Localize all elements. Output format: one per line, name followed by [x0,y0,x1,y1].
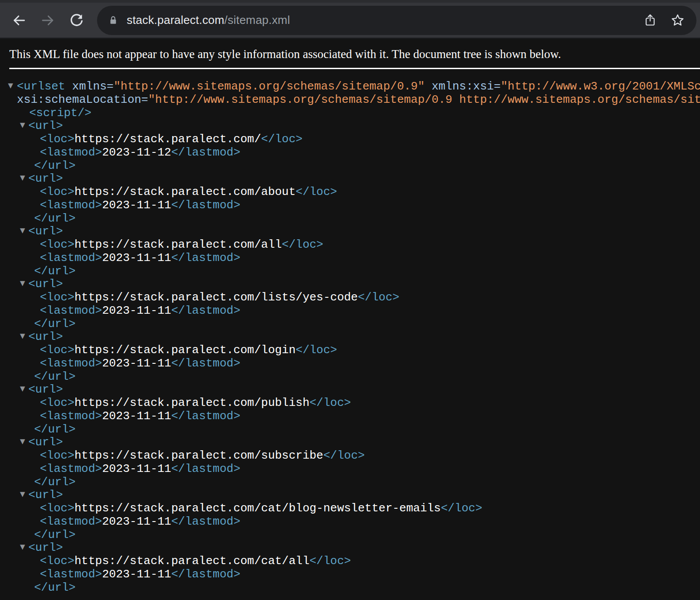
xml-tag: </loc> [310,554,351,568]
reload-button[interactable] [68,12,85,29]
xml-text-content: 2023-11-11 [102,568,171,581]
xml-line: <loc>https://stack.paralect.com/publish<… [0,397,700,410]
xml-line: <lastmod>2023-11-11</lastmod> [0,463,700,476]
xml-line: </url> [0,318,700,331]
xml-tag: </url> [34,212,76,225]
xml-tag: </lastmod> [171,199,240,212]
notice-divider [9,68,700,69]
xml-value: "http://www.sitemaps.org/schemas/sitemap… [148,93,700,106]
xml-tag: <lastmod> [40,251,102,265]
xml-line: ▼<url> [0,120,700,133]
xml-tag: <lastmod> [40,199,102,212]
reload-icon [69,13,84,28]
xml-attr: xmlns:xsi= [425,80,501,93]
address-bar[interactable]: stack.paralect.com/sitemap.xml [97,6,696,35]
xml-line: <lastmod>2023-11-11</lastmod> [0,199,700,212]
xml-tag: </loc> [310,396,351,409]
xml-tag: <loc> [40,502,74,515]
url-path: /sitemap.xml [224,13,290,27]
xml-line: </url> [0,160,700,173]
collapse-toggle-icon[interactable]: ▼ [20,544,25,550]
xml-line: </url> [0,581,700,595]
xml-line: xsi:schemaLocation="http://www.sitemaps.… [0,94,700,107]
xml-line: ▼<url> [0,278,700,291]
xml-tag: </lastmod> [171,515,240,528]
xml-tag: </lastmod> [171,251,240,265]
xml-tag: </lastmod> [171,357,240,370]
forward-button[interactable] [39,12,56,29]
xml-text-content: https://stack.paralect.com/all [74,238,282,251]
xml-tag: </loc> [441,502,482,515]
xml-tag: <url> [28,330,63,343]
xml-viewer: This XML file does not appear to have an… [0,39,700,594]
xml-line: ▼<url> [0,331,700,344]
xml-tag: </lastmod> [171,462,240,475]
xml-line: <loc>https://stack.paralect.com/</loc> [0,133,700,146]
collapse-toggle-icon[interactable]: ▼ [20,491,25,498]
xml-tag: <lastmod> [40,304,102,317]
back-button[interactable] [11,12,27,29]
xml-attr: xmlns= [65,80,113,93]
xml-tag: <loc> [40,449,74,462]
xml-tag: </loc> [358,291,400,304]
xml-tag: <url> [28,541,63,554]
xml-value: "http://www.w3.org/2001/XMLSchema-instan… [501,80,700,93]
xml-tag: </loc> [282,238,323,251]
xml-line: <lastmod>2023-11-11</lastmod> [0,304,700,318]
xml-tag: </url> [34,370,76,383]
xml-style-notice: This XML file does not appear to have an… [0,46,700,62]
lock-icon[interactable] [108,15,119,26]
collapse-toggle-icon[interactable]: ▼ [8,82,13,89]
xml-tag: <script/> [29,106,91,120]
collapse-toggle-icon[interactable]: ▼ [20,175,25,181]
collapse-toggle-icon[interactable]: ▼ [20,227,25,234]
xml-tag: <lastmod> [40,357,102,370]
xml-tag: </loc> [296,343,337,357]
xml-tag: <lastmod> [40,409,102,423]
xml-tag: <lastmod> [40,568,102,581]
xml-tag: <loc> [40,291,74,304]
xml-tag: <url> [28,383,63,396]
xml-tag: </url> [34,423,76,436]
xml-tag: <urlset [17,80,65,93]
collapse-toggle-icon[interactable]: ▼ [20,438,25,445]
xml-tag: </loc> [261,132,303,146]
bookmark-star-icon[interactable] [670,13,685,27]
xml-tag: </url> [34,317,76,331]
xml-line: </url> [0,265,700,278]
xml-tag: <loc> [40,132,74,146]
xml-line: <lastmod>2023-11-12</lastmod> [0,146,700,160]
xml-text-content: 2023-11-11 [102,409,171,423]
share-icon[interactable] [643,13,657,27]
xml-tag: <url> [28,488,63,502]
xml-line: <lastmod>2023-11-11</lastmod> [0,515,700,529]
xml-tag: <lastmod> [40,462,102,475]
xml-line: <loc>https://stack.paralect.com/cat/blog… [0,502,700,515]
collapse-toggle-icon[interactable]: ▼ [20,280,25,287]
xml-text-content: https://stack.paralect.com/cat/all [74,554,310,568]
xml-text-content: https://stack.paralect.com/lists/yes-cod… [74,291,358,304]
xml-line: <loc>https://stack.paralect.com/lists/ye… [0,291,700,304]
xml-value: "http://www.sitemaps.org/schemas/sitemap… [113,80,424,93]
xml-line: <lastmod>2023-11-11</lastmod> [0,252,700,265]
xml-text-content: https://stack.paralect.com/about [74,185,296,199]
xml-line: ▼<url> [0,225,700,238]
xml-tag: </url> [34,159,76,172]
xml-line: ▼<url> [0,172,700,186]
xml-line: <script/> [0,107,700,120]
collapse-toggle-icon[interactable]: ▼ [20,333,25,339]
url-host: stack.paralect.com [127,13,224,27]
xml-line: </url> [0,423,700,436]
collapse-toggle-icon[interactable]: ▼ [20,386,25,392]
xml-tag: <url> [28,172,63,185]
collapse-toggle-icon[interactable]: ▼ [20,122,25,129]
xml-text-content: https://stack.paralect.com/publish [74,396,310,409]
xml-tag: <url> [28,119,63,132]
xml-text-content: 2023-11-11 [102,251,171,265]
xml-line: <loc>https://stack.paralect.com/about</l… [0,186,700,199]
xml-line: ▼<url> [0,489,700,502]
xml-text-content: 2023-11-12 [102,146,171,159]
xml-line: <loc>https://stack.paralect.com/all</loc… [0,238,700,252]
forward-arrow-icon [40,13,55,28]
xml-tag: <loc> [40,185,74,199]
